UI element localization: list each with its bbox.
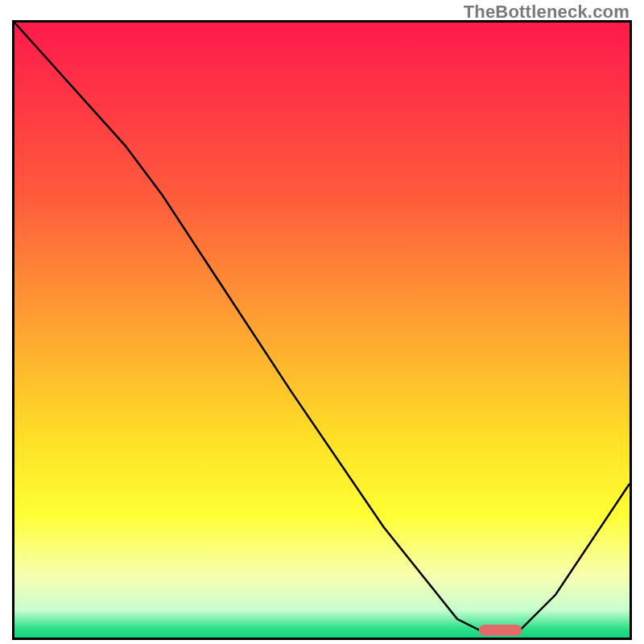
chart-svg	[14, 23, 630, 638]
chart-frame	[12, 20, 632, 640]
optimal-range-marker	[479, 625, 522, 636]
gradient-background	[14, 23, 630, 638]
